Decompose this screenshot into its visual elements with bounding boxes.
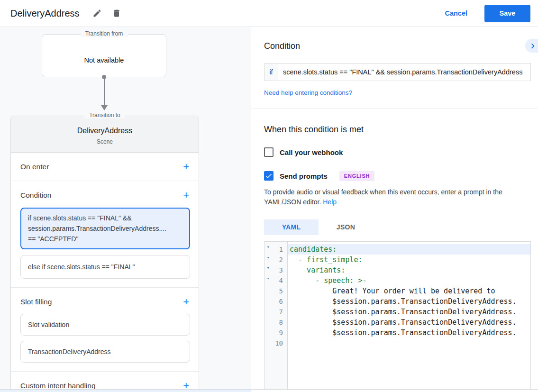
prompt-helper-text: To provide audio or visual feedback when… (264, 187, 533, 207)
page-title: DeliveryAddress (10, 8, 80, 19)
transition-to-card: Transition to DeliveryAddress Scene On e… (10, 116, 199, 389)
send-prompts-checkbox[interactable] (264, 171, 274, 181)
slot-filling-section: Slot filling + Slot validation Transacti… (11, 288, 199, 372)
condition-input-group: if scene.slots.status == "FINAL" && sess… (264, 63, 531, 81)
connector-line (104, 77, 105, 106)
condition-card-selected[interactable]: if scene.slots.status == "FINAL" && sess… (20, 208, 190, 249)
bottom-edge-right (251, 390, 538, 392)
code-line: $session.params.TransactionDeliveryAddre… (288, 307, 530, 317)
collapse-panel-button[interactable] (525, 39, 538, 53)
if-prefix-label: if (264, 64, 278, 81)
chevron-right-icon (528, 41, 538, 51)
code-line: variants: (288, 265, 530, 275)
code-line: Great! Your order will be delivered to (288, 286, 530, 296)
on-enter-row: On enter + (11, 153, 199, 181)
send-prompts-option-row: Send prompts ENGLISH (264, 171, 538, 181)
cancel-button[interactable]: Cancel (440, 6, 472, 21)
transition-to-legend: Transition to (84, 112, 125, 119)
main-content: Transition from Not available Transition… (0, 27, 538, 389)
transition-from-box: Transition from Not available (42, 34, 166, 77)
transition-from-value: Not available (42, 56, 166, 64)
bottom-edge-left (0, 390, 251, 392)
line-number: 5 (264, 286, 287, 296)
section-divider (251, 109, 538, 109)
scene-title: DeliveryAddress (11, 127, 199, 135)
scene-diagram-canvas: Transition from Not available Transition… (0, 27, 251, 389)
condition-expression-input[interactable]: scene.slots.status == "FINAL" && session… (278, 64, 530, 81)
help-link[interactable]: Help (323, 198, 337, 206)
condition-met-heading: When this condition is met (264, 125, 538, 135)
scene-subtitle: Scene (11, 138, 199, 145)
connector-arrowhead-icon (101, 105, 108, 110)
code-line: $session.params.TransactionDeliveryAddre… (288, 317, 530, 328)
on-enter-label: On enter (20, 163, 49, 171)
condition-section-label: Condition (20, 191, 52, 200)
condition-editor-panel: Condition if scene.slots.status == "FINA… (251, 27, 538, 389)
webhook-checkbox[interactable] (264, 147, 274, 157)
condition-section: Condition + if scene.slots.status == "FI… (11, 181, 199, 288)
yaml-code-editor[interactable]: ▾1 ▾2 ▾3 ▾4 5 6 7 8 9 10 candidates: - f… (264, 241, 531, 389)
add-condition-icon[interactable]: + (182, 191, 190, 200)
fold-toggle-icon[interactable]: ▾ (267, 276, 269, 281)
save-button[interactable]: Save (484, 5, 530, 22)
edit-icon[interactable] (92, 9, 102, 18)
slot-card[interactable]: TransactionDeliveryAddress (20, 341, 190, 363)
slot-validation-card[interactable]: Slot validation (20, 314, 190, 336)
code-line: - speech: >- (288, 275, 530, 286)
editor-code-area[interactable]: candidates: - first_simple: variants: - … (288, 242, 530, 389)
transition-from-legend: Transition from (81, 30, 128, 37)
fold-toggle-icon[interactable]: ▾ (267, 265, 269, 270)
fold-toggle-icon[interactable]: ▾ (267, 245, 269, 249)
condition-card[interactable]: else if scene.slots.status == "FINAL" (20, 255, 190, 279)
line-number: 6 (264, 296, 287, 307)
webhook-option-row: Call your webhook (264, 147, 538, 157)
code-line (288, 338, 530, 348)
custom-intent-row: Custom intent handling + (11, 372, 199, 389)
header-actions: Cancel Save (440, 5, 530, 22)
add-on-enter-icon[interactable]: + (182, 162, 190, 172)
webhook-label: Call your webhook (280, 148, 343, 156)
condition-heading: Condition (264, 41, 538, 51)
line-number: 7 (264, 307, 287, 317)
editor-format-tabs: YAML JSON (264, 219, 538, 235)
code-line: $session.params.TransactionDeliveryAddre… (288, 328, 530, 338)
scene-card-header: DeliveryAddress Scene (11, 116, 199, 153)
slot-filling-label: Slot filling (20, 298, 52, 306)
add-slot-icon[interactable]: + (182, 297, 190, 307)
viewport-bottom-edge (0, 389, 538, 392)
language-badge: ENGLISH (339, 171, 375, 181)
code-line: $session.params.TransactionDeliveryAddre… (288, 296, 530, 307)
line-number: 8 (264, 317, 287, 328)
line-number: 9 (264, 328, 287, 338)
line-number: 10 (264, 338, 287, 348)
check-icon (265, 172, 273, 180)
fold-toggle-icon[interactable]: ▾ (267, 255, 269, 260)
helper-text: To provide audio or visual feedback when… (264, 188, 502, 206)
code-line: - first_simple: (288, 255, 530, 265)
tab-yaml[interactable]: YAML (264, 219, 319, 235)
custom-intent-label: Custom intent handling (20, 382, 96, 389)
app-header: DeliveryAddress Cancel Save (0, 0, 538, 27)
delete-icon[interactable] (112, 9, 121, 18)
tab-json[interactable]: JSON (319, 219, 373, 235)
code-line: candidates: (288, 244, 530, 255)
condition-help-link[interactable]: Need help entering conditions? (264, 89, 352, 96)
editor-gutter: ▾1 ▾2 ▾3 ▾4 5 6 7 8 9 10 (264, 242, 288, 389)
add-custom-intent-icon[interactable]: + (182, 381, 190, 389)
send-prompts-label: Send prompts (280, 172, 328, 180)
